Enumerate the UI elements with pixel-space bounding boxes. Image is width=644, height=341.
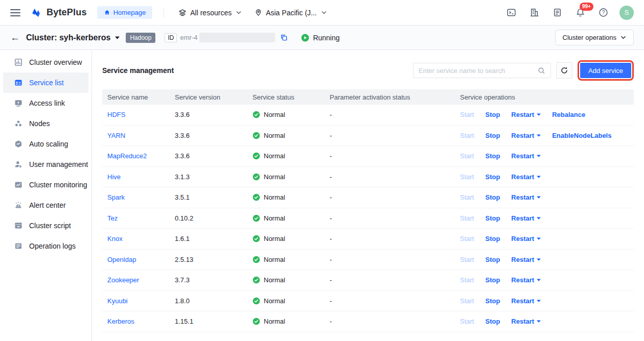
service-search	[413, 63, 551, 78]
table-body: HDFS 3.3.6 Normal - Sta	[102, 105, 634, 332]
service-name-link[interactable]: YARN	[107, 132, 125, 139]
alarm-icon	[14, 201, 22, 209]
refresh-button[interactable]	[556, 62, 572, 79]
service-name-link[interactable]: Openldap	[107, 256, 136, 263]
stop-link[interactable]: Stop	[485, 152, 500, 160]
sidebar: Cluster overview Service list Access lin…	[0, 50, 92, 341]
menu-icon[interactable]	[10, 9, 20, 16]
copy-icon[interactable]	[280, 34, 288, 41]
stop-link[interactable]: Stop	[485, 111, 500, 118]
stop-link[interactable]: Stop	[485, 173, 500, 181]
extra-operation-link[interactable]: EnableNodeLabels	[552, 132, 611, 139]
cluster-title-dropdown[interactable]: Cluster: syh-kerberos	[26, 33, 120, 42]
homepage-button[interactable]: Homepage	[97, 6, 153, 19]
service-name-link[interactable]: Spark	[107, 193, 125, 201]
service-name-link[interactable]: Zookeeper	[107, 276, 139, 284]
chevron-down-icon	[236, 11, 241, 14]
table-row: Kerberos 1.15.1 Normal -	[102, 311, 634, 332]
sidebar-item-service-list[interactable]: Service list	[3, 72, 88, 93]
restart-dropdown[interactable]: Restart	[511, 152, 541, 160]
stop-link[interactable]: Stop	[485, 276, 500, 284]
col-service-version: Service version	[175, 93, 252, 101]
status-normal-icon	[252, 132, 260, 139]
sidebar-item-label: User management	[29, 160, 88, 168]
organization-button[interactable]	[527, 6, 541, 19]
restart-dropdown[interactable]: Restart	[511, 276, 541, 284]
restart-dropdown[interactable]: Restart	[511, 193, 541, 201]
service-name-link[interactable]: Tez	[107, 214, 118, 222]
search-icon[interactable]	[538, 67, 545, 75]
start-link: Start	[460, 235, 474, 242]
stop-link[interactable]: Stop	[485, 318, 500, 325]
restart-dropdown[interactable]: Restart	[511, 256, 541, 263]
restart-dropdown[interactable]: Restart	[511, 318, 541, 325]
sidebar-item-nodes[interactable]: Nodes	[3, 113, 88, 134]
sidebar-item-auto-scaling[interactable]: Auto scaling	[3, 134, 88, 154]
sidebar-item-operation-logs[interactable]: Operation logs	[3, 236, 88, 256]
sidebar-item-cluster-monitoring[interactable]: Cluster monitoring	[3, 175, 88, 195]
restart-dropdown[interactable]: Restart	[511, 132, 541, 139]
divider	[164, 8, 164, 17]
service-name-link[interactable]: Kerberos	[107, 318, 134, 325]
table-row: MapReduce2 3.3.6 Normal -	[102, 146, 634, 167]
caret-down-icon	[537, 320, 541, 323]
brand-logo[interactable]: BytePlus	[32, 7, 87, 18]
caret-down-icon	[537, 196, 541, 199]
restart-dropdown[interactable]: Restart	[511, 173, 541, 181]
restart-dropdown[interactable]: Restart	[511, 214, 541, 222]
cloud-shell-button[interactable]	[504, 6, 518, 19]
service-version: 1.8.0	[175, 297, 252, 305]
service-name-link[interactable]: HDFS	[107, 111, 125, 118]
notifications-button[interactable]: 99+	[573, 6, 587, 19]
restart-dropdown[interactable]: Restart	[511, 111, 541, 118]
service-name-link[interactable]: MapReduce2	[107, 152, 147, 160]
status-text: Normal	[264, 318, 285, 325]
service-name-link[interactable]: Knox	[107, 235, 123, 242]
extra-operation-link[interactable]: Rebalance	[552, 111, 585, 118]
restart-dropdown[interactable]: Restart	[511, 235, 541, 242]
stop-link[interactable]: Stop	[485, 193, 500, 201]
restart-label: Restart	[511, 276, 534, 284]
caret-down-icon	[537, 258, 541, 261]
status-normal-icon	[252, 318, 260, 325]
docs-button[interactable]	[550, 6, 564, 19]
search-input[interactable]	[419, 67, 538, 75]
sidebar-item-label: Operation logs	[29, 242, 76, 250]
sidebar-item-user-management[interactable]: User management	[3, 154, 88, 175]
top-header: BytePlus Homepage All resources	[0, 0, 644, 26]
back-arrow-icon[interactable]: ←	[10, 33, 20, 42]
stop-link[interactable]: Stop	[485, 214, 500, 222]
cluster-status: Running	[301, 34, 339, 42]
restart-label: Restart	[511, 214, 534, 222]
restart-label: Restart	[511, 318, 534, 325]
all-resources-dropdown[interactable]: All resources	[175, 9, 244, 17]
caret-down-icon	[537, 134, 541, 137]
stop-link[interactable]: Stop	[485, 132, 500, 139]
status-normal-icon	[252, 111, 260, 118]
sidebar-item-cluster-script[interactable]: Cluster script	[3, 215, 88, 236]
cluster-status-text: Running	[313, 34, 339, 42]
table-row: HDFS 3.3.6 Normal - Sta	[102, 105, 634, 126]
help-button[interactable]: ?	[596, 6, 610, 19]
col-service-status: Service status	[252, 93, 330, 101]
sidebar-item-alert-center[interactable]: Alert center	[3, 195, 88, 215]
service-name-link[interactable]: Kyuubi	[107, 297, 128, 305]
service-name-link[interactable]: Hive	[107, 173, 121, 181]
service-version: 3.5.1	[175, 193, 252, 201]
sidebar-item-cluster-overview[interactable]: Cluster overview	[3, 52, 88, 72]
add-service-button[interactable]: Add service	[580, 63, 631, 78]
region-dropdown[interactable]: Asia Pacific (J...	[251, 9, 330, 17]
status-normal-icon	[252, 152, 260, 160]
avatar[interactable]: S	[619, 6, 634, 20]
stop-link[interactable]: Stop	[485, 297, 500, 305]
stop-link[interactable]: Stop	[485, 256, 500, 263]
status-text: Normal	[264, 152, 285, 160]
cluster-operations-button[interactable]: Cluster operations	[555, 30, 634, 45]
bar-chart-icon	[14, 58, 22, 66]
table-row: Openldap 2.5.13 Normal -	[102, 250, 634, 271]
stop-link[interactable]: Stop	[485, 235, 500, 242]
restart-dropdown[interactable]: Restart	[511, 297, 541, 305]
help-icon: ?	[599, 8, 608, 17]
sidebar-item-access-link[interactable]: Access link	[3, 93, 88, 113]
region-label: Asia Pacific (J...	[266, 9, 317, 17]
